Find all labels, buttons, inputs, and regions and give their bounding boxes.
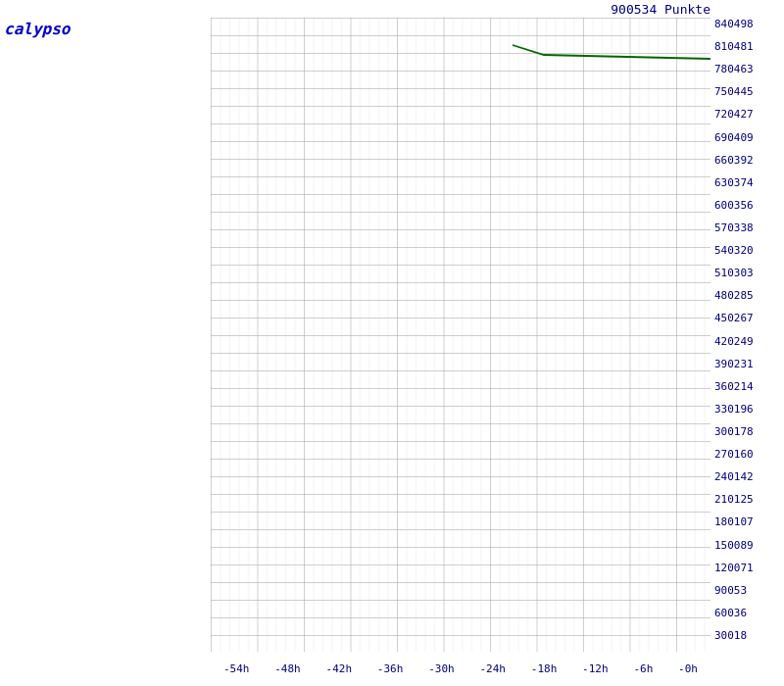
x-label: -12h <box>582 662 609 675</box>
y-label: 510303 <box>711 267 784 289</box>
y-label: 30018 <box>711 629 784 652</box>
y-label: 540320 <box>711 244 784 267</box>
y-label: 210125 <box>711 493 784 515</box>
chart-svg <box>211 18 710 652</box>
y-label: 480285 <box>711 289 784 312</box>
x-label: -18h <box>531 662 558 675</box>
y-label: 660392 <box>711 154 784 176</box>
y-label: 630374 <box>711 176 784 199</box>
y-label: 810481 <box>711 40 784 63</box>
x-label: -24h <box>479 662 506 675</box>
x-axis: -54h-48h-42h-36h-30h-24h-18h-12h-6h-0h <box>211 652 710 686</box>
x-label: -42h <box>326 662 353 675</box>
y-label: 90053 <box>711 584 784 607</box>
x-label: -36h <box>377 662 404 675</box>
x-label: -54h <box>223 662 250 675</box>
app-title: calypso <box>4 20 70 38</box>
y-label: 570338 <box>711 221 784 244</box>
chart-area <box>211 18 710 652</box>
y-label: 600356 <box>711 199 784 221</box>
top-score-label: 900534 Punkte <box>611 2 710 17</box>
svg-rect-1 <box>211 18 710 652</box>
x-label: -30h <box>428 662 455 675</box>
y-label: 270160 <box>711 448 784 470</box>
y-label: 60036 <box>711 607 784 629</box>
y-label: 690409 <box>711 131 784 154</box>
y-label: 420249 <box>711 335 784 358</box>
y-label: 780463 <box>711 63 784 85</box>
y-label: 330196 <box>711 403 784 425</box>
app-container: calypso 900534 Punkte 840498810481780463… <box>0 0 784 686</box>
y-label: 150089 <box>711 539 784 562</box>
y-label: 390231 <box>711 358 784 380</box>
y-label: 750445 <box>711 85 784 108</box>
y-label: 240142 <box>711 470 784 493</box>
x-label: -0h <box>678 662 698 675</box>
y-axis: 8404988104817804637504457204276904096603… <box>711 18 784 652</box>
y-label: 120071 <box>711 562 784 584</box>
y-label: 840498 <box>711 18 784 40</box>
y-label: 360214 <box>711 380 784 403</box>
x-label: -48h <box>274 662 301 675</box>
y-label: 720427 <box>711 108 784 130</box>
y-label: 450267 <box>711 312 784 334</box>
x-label: -6h <box>633 662 653 675</box>
y-label: 180107 <box>711 515 784 538</box>
y-label: 300178 <box>711 425 784 448</box>
